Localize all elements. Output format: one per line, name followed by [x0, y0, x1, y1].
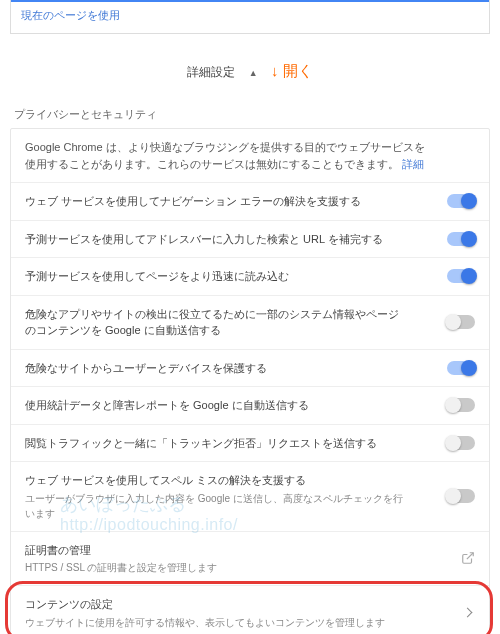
row-certificates[interactable]: 証明書の管理 HTTPS / SSL の証明書と設定を管理します [11, 531, 489, 586]
external-link-icon [461, 551, 475, 565]
advanced-settings-toggle[interactable]: 詳細設定 ▲ ↓ 開く [0, 34, 500, 99]
row-title: コンテンツの設定 [25, 596, 422, 613]
toggle-prediction-url[interactable] [447, 232, 475, 246]
privacy-intro: Google Chrome は、より快適なブラウジングを提供する目的でウェブサー… [11, 129, 489, 182]
row-title: ウェブ サービスを使用してスペル ミスの解決を支援する [25, 472, 405, 489]
privacy-panel: Google Chrome は、より快適なブラウジングを提供する目的でウェブサー… [10, 128, 490, 634]
startup-section-fragment: 現在のページを使用 [10, 0, 490, 34]
row-prediction-load: 予測サービスを使用してページをより迅速に読み込む [11, 257, 489, 295]
row-nav-error: ウェブ サービスを使用してナビゲーション エラーの解決を支援する [11, 182, 489, 220]
row-usage-stats: 使用統計データと障害レポートを Google に自動送信する [11, 386, 489, 424]
detail-link[interactable]: 詳細 [402, 158, 424, 170]
row-title: 予測サービスを使用してページをより迅速に読み込む [25, 268, 405, 285]
row-title: 使用統計データと障害レポートを Google に自動送信する [25, 397, 405, 414]
toggle-protect[interactable] [447, 361, 475, 375]
row-title: 予測サービスを使用してアドレスバーに入力した検索と URL を補完する [25, 231, 405, 248]
row-protect: 危険なサイトからユーザーとデバイスを保護する [11, 349, 489, 387]
toggle-prediction-load[interactable] [447, 269, 475, 283]
toggle-spellcheck[interactable] [447, 489, 475, 503]
row-spellcheck: ウェブ サービスを使用してスペル ミスの解決を支援する ユーザーがブラウザに入力… [11, 461, 489, 531]
chevron-up-icon: ▲ [249, 68, 258, 78]
row-title: 危険なサイトからユーザーとデバイスを保護する [25, 360, 405, 377]
row-prediction-url: 予測サービスを使用してアドレスバーに入力した検索と URL を補完する [11, 220, 489, 258]
chevron-right-icon [463, 608, 473, 618]
row-sub: HTTPS / SSL の証明書と設定を管理します [25, 560, 419, 575]
row-title: 危険なアプリやサイトの検出に役立てるために一部のシステム情報やページのコンテンツ… [25, 306, 405, 339]
row-sub: ウェブサイトに使用を許可する情報や、表示してもよいコンテンツを管理します [25, 615, 422, 630]
row-safebrowsing-report: 危険なアプリやサイトの検出に役立てるために一部のシステム情報やページのコンテンツ… [11, 295, 489, 349]
row-title: ウェブ サービスを使用してナビゲーション エラーの解決を支援する [25, 193, 405, 210]
annotation-open: ↓ 開く [271, 62, 313, 79]
row-sub: ユーザーがブラウザに入力した内容を Google に送信し、高度なスペルチェック… [25, 491, 405, 521]
row-content-settings[interactable]: コンテンツの設定 ウェブサイトに使用を許可する情報や、表示してもよいコンテンツを… [11, 585, 489, 634]
row-title: 閲覧トラフィックと一緒に「トラッキング拒否」リクエストを送信する [25, 435, 405, 452]
section-title-privacy: プライバシーとセキュリティ [0, 99, 500, 128]
toggle-usage-stats[interactable] [447, 398, 475, 412]
row-do-not-track: 閲覧トラフィックと一緒に「トラッキング拒否」リクエストを送信する [11, 424, 489, 462]
svg-line-0 [467, 553, 473, 559]
toggle-do-not-track[interactable] [447, 436, 475, 450]
advanced-label: 詳細設定 [187, 64, 235, 81]
toggle-nav-error[interactable] [447, 194, 475, 208]
row-title: 証明書の管理 [25, 542, 419, 559]
use-current-page-link[interactable]: 現在のページを使用 [21, 9, 120, 21]
intro-text: Google Chrome は、より快適なブラウジングを提供する目的でウェブサー… [25, 141, 425, 170]
active-field-indicator [11, 0, 489, 2]
toggle-safebrowsing-report[interactable] [447, 315, 475, 329]
